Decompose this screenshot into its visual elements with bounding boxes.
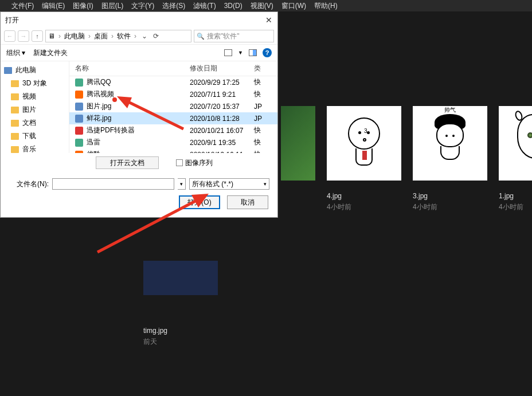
file-list-header[interactable]: 名称 修改日期 类	[69, 61, 277, 76]
open-button[interactable]: 打开(O)	[179, 195, 220, 209]
thumb-name: 1.jpg	[499, 192, 532, 200]
file-type: 快	[254, 138, 277, 147]
menu-edit[interactable]: 编辑(E)	[42, 1, 65, 11]
workspace: 2分钟前 5小时前 3 4.jpg 4小时前	[0, 11, 532, 396]
annotation-dot	[112, 97, 117, 102]
chevron-down-icon[interactable]: ▼	[238, 50, 243, 56]
file-row[interactable]: 腾讯QQ2020/9/29 17:25快	[69, 76, 277, 88]
thumb-caption: 帅气	[430, 106, 470, 114]
dialog-title: 打开	[5, 15, 19, 25]
file-icon	[75, 79, 83, 87]
nav-item-video[interactable]: 视频	[1, 90, 69, 103]
column-type[interactable]: 类	[254, 64, 277, 73]
app-menubar: 文件(F) 编辑(E) 图像(I) 图层(L) 文字(Y) 选择(S) 滤镜(T…	[0, 0, 532, 11]
recent-thumb-timg[interactable]: timg.jpg 前天	[143, 241, 218, 347]
recent-thumb-1[interactable]: 1.jpg 4小时前	[499, 106, 532, 212]
filename-input[interactable]	[52, 178, 174, 190]
format-filter-select[interactable]: 所有格式 (*.*)▾	[189, 178, 269, 190]
search-input[interactable]: 🔍 搜索"软件"	[194, 30, 274, 42]
search-icon: 🔍	[197, 33, 205, 40]
nav-item-music[interactable]: 音乐	[1, 143, 69, 153]
checkbox-icon[interactable]	[176, 159, 183, 166]
file-row[interactable]: 优酷2020/10/19 16:11快	[69, 148, 277, 153]
file-row[interactable]: 迅雷2020/9/1 19:35快	[69, 136, 277, 148]
filename-label: 文件名(N):	[9, 179, 49, 189]
search-placeholder: 搜索"软件"	[207, 32, 240, 41]
menu-select[interactable]: 选择(S)	[162, 1, 185, 11]
column-date[interactable]: 修改日期	[190, 64, 254, 73]
dialog-titlebar: 打开 ✕	[1, 12, 277, 28]
nav-item-pc[interactable]: 此电脑	[1, 64, 69, 77]
new-folder-button[interactable]: 新建文件夹	[33, 48, 68, 58]
thumb-name: timg.jpg	[143, 327, 218, 335]
recent-files-row-2: timg.jpg 前天	[143, 241, 218, 347]
file-date: 2020/9/1 19:35	[190, 139, 254, 147]
file-row[interactable]: 腾讯视频2020/7/11 9:21快	[69, 88, 277, 100]
thumb-name: 4.jpg	[327, 192, 401, 200]
refresh-icon[interactable]: ⟳	[151, 32, 161, 40]
menu-window[interactable]: 窗口(W)	[281, 1, 306, 11]
file-name: 迅捷PDF转换器	[87, 126, 135, 135]
recent-thumb-4[interactable]: 3 4.jpg 4小时前	[327, 106, 401, 212]
filename-history-dropdown[interactable]: ▾	[178, 178, 186, 190]
thumb-time: 4小时前	[413, 202, 487, 212]
thumb-time: 4小时前	[327, 202, 401, 212]
file-date: 2020/7/20 15:37	[190, 103, 254, 111]
nav-up-icon[interactable]: ↑	[32, 30, 43, 42]
file-icon	[75, 115, 83, 123]
chevron-down-icon[interactable]: ⌄	[140, 32, 149, 40]
file-type: 快	[254, 89, 277, 99]
close-icon[interactable]: ✕	[265, 16, 273, 24]
organize-menu[interactable]: 组织 ▾	[6, 48, 25, 58]
file-icon	[75, 139, 83, 147]
breadcrumb-root[interactable]: 此电脑	[64, 32, 85, 41]
recent-thumb-3[interactable]: 帅气 3.jpg 4小时前	[413, 106, 487, 212]
menu-type[interactable]: 文字(Y)	[131, 1, 154, 11]
view-mode-icon[interactable]	[224, 49, 232, 56]
open-file-dialog: 打开 ✕ ← → ↑ 🖥 › 此电脑 › 桌面 › 软件 › ⌄ ⟳ 🔍 搜索"…	[0, 11, 278, 218]
file-list: 名称 修改日期 类 腾讯QQ2020/9/29 17:25快腾讯视频2020/7…	[69, 61, 277, 153]
file-row[interactable]: 鲜花.jpg2020/10/8 11:28JP	[69, 112, 277, 124]
file-date: 2020/10/8 11:28	[190, 115, 254, 123]
file-type: 快	[254, 126, 277, 135]
pc-icon: 🖥	[48, 32, 55, 40]
file-icon	[75, 127, 83, 135]
breadcrumb[interactable]: 🖥 › 此电脑 › 桌面 › 软件 › ⌄ ⟳	[45, 30, 191, 42]
menu-view[interactable]: 视图(V)	[251, 1, 273, 11]
help-icon[interactable]: ?	[263, 48, 272, 57]
nav-item-documents[interactable]: 文档	[1, 116, 69, 130]
file-name: 图片.jpg	[87, 101, 111, 111]
menu-help[interactable]: 帮助(H)	[314, 1, 338, 11]
open-cloud-doc-button[interactable]: 打开云文档	[96, 156, 159, 169]
dialog-toolbar: 组织 ▾ 新建文件夹 ▼ ?	[1, 44, 277, 61]
file-type: JP	[254, 103, 277, 111]
image-sequence-checkbox[interactable]: 图像序列	[176, 158, 213, 168]
menu-3d[interactable]: 3D(D)	[224, 2, 242, 10]
column-name[interactable]: 名称	[69, 64, 190, 73]
breadcrumb-part-1[interactable]: 软件	[117, 32, 131, 41]
file-date: 2020/7/11 9:21	[190, 91, 254, 99]
menu-image[interactable]: 图像(I)	[73, 1, 93, 11]
file-name: 迅雷	[87, 138, 100, 147]
nav-back-icon[interactable]: ←	[4, 30, 15, 42]
menu-layer[interactable]: 图层(L)	[101, 1, 124, 11]
file-name: 腾讯QQ	[87, 77, 111, 87]
file-date: 2020/10/21 16:07	[190, 127, 254, 135]
cancel-button[interactable]: 取消	[227, 195, 268, 209]
file-icon	[75, 103, 83, 111]
breadcrumb-part-0[interactable]: 桌面	[94, 32, 108, 41]
menu-filter[interactable]: 滤镜(T)	[193, 1, 216, 11]
nav-item-3d[interactable]: 3D 对象	[1, 77, 69, 90]
file-row[interactable]: 图片.jpg2020/7/20 15:37JP	[69, 100, 277, 112]
nav-item-pictures[interactable]: 图片	[1, 103, 69, 116]
file-row[interactable]: 迅捷PDF转换器2020/10/21 16:07快	[69, 124, 277, 136]
thumb-time: 前天	[143, 337, 218, 347]
menu-file[interactable]: 文件(F)	[11, 1, 34, 11]
preview-pane-icon[interactable]	[249, 49, 257, 56]
thumb-time: 4小时前	[499, 202, 532, 212]
file-icon	[75, 91, 83, 99]
navigation-pane: 此电脑 3D 对象 视频 图片 文档 下载 音乐 桌面 Win10 (C:)	[1, 61, 69, 153]
nav-forward-icon[interactable]: →	[18, 30, 29, 42]
nav-item-downloads[interactable]: 下载	[1, 130, 69, 143]
recent-thumb-green[interactable]	[281, 106, 315, 212]
